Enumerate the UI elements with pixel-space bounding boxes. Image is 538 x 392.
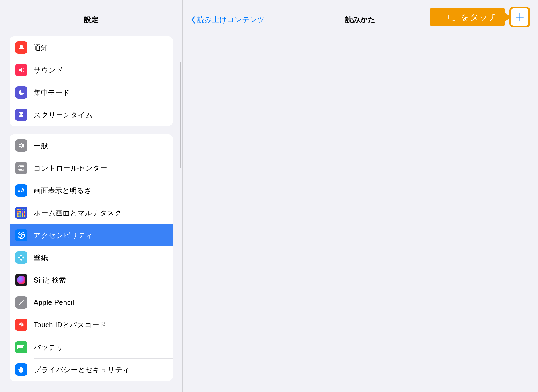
sidebar-item-control-center[interactable]: コントロールセンター [10, 157, 173, 179]
sidebar-scrollbar[interactable] [180, 62, 181, 168]
back-label: 読み上げコンテンツ [197, 15, 265, 25]
sidebar-item-apple-pencil[interactable]: Apple Pencil [10, 291, 173, 314]
sidebar-item-label: スクリーンタイム [34, 110, 93, 120]
sidebar-item-label: Touch IDとパスコード [34, 320, 107, 330]
hand-icon [15, 363, 27, 376]
toggles-icon [15, 162, 27, 174]
sidebar-item-label: Siriと検索 [34, 276, 66, 285]
hourglass-icon [15, 109, 27, 121]
moon-icon [15, 86, 27, 99]
sidebar-item-touch-id[interactable]: Touch IDとパスコード [10, 314, 173, 336]
svg-point-3 [22, 169, 23, 170]
sidebar-item-battery[interactable]: バッテリー [10, 336, 173, 358]
detail-pane: 読み上げコンテンツ 読みかた 「+」をタッチ [183, 0, 538, 392]
sidebar-item-wallpaper[interactable]: 壁紙 [10, 246, 173, 269]
sidebar-item-privacy[interactable]: プライバシーとセキュリティ [10, 358, 173, 381]
sidebar-item-label: コントロールセンター [34, 164, 107, 173]
svg-text:A: A [21, 188, 25, 193]
sidebar-item-home-screen[interactable]: ホーム画面とマルチタスク [10, 202, 173, 224]
flower-icon [15, 251, 27, 264]
svg-rect-11 [18, 346, 23, 348]
speaker-icon [15, 64, 27, 76]
sidebar-item-notifications[interactable]: 通知 [10, 36, 173, 59]
pencil-icon [15, 296, 27, 309]
back-button[interactable]: 読み上げコンテンツ [191, 15, 265, 25]
sidebar-item-label: Apple Pencil [34, 298, 74, 307]
detail-header: 読み上げコンテンツ 読みかた 「+」をタッチ [183, 0, 538, 31]
add-button[interactable] [509, 7, 530, 27]
svg-point-1 [19, 166, 20, 167]
sidebar-item-sounds[interactable]: サウンド [10, 59, 173, 81]
sidebar-item-focus[interactable]: 集中モード [10, 81, 173, 104]
svg-point-7 [21, 233, 22, 234]
siri-icon [15, 274, 27, 286]
gear-icon [15, 139, 27, 152]
sidebar-item-siri[interactable]: Siriと検索 [10, 269, 173, 291]
sidebar-item-label: サウンド [34, 66, 63, 75]
sidebar-title: 設定 [0, 0, 182, 31]
fingerprint-icon [15, 319, 27, 331]
sidebar-item-label: 画面表示と明るさ [34, 186, 92, 195]
sidebar-group: 通知 サウンド 集中モード [10, 36, 173, 126]
sidebar-item-label: 一般 [34, 141, 48, 150]
sidebar-item-display[interactable]: AA 画面表示と明るさ [10, 179, 173, 202]
sidebar-item-label: バッテリー [34, 343, 71, 352]
svg-rect-10 [25, 346, 25, 348]
app-root: 設定 通知 サウンド [0, 0, 538, 392]
settings-sidebar: 設定 通知 サウンド [0, 0, 183, 392]
svg-text:A: A [17, 189, 20, 193]
plus-icon [514, 12, 525, 22]
accessibility-icon [15, 229, 27, 241]
chevron-left-icon [191, 16, 196, 24]
bell-icon [15, 41, 27, 54]
sidebar-item-label: 通知 [34, 43, 48, 52]
sidebar-item-label: アクセシビリティ [34, 231, 93, 240]
sidebar-item-label: 壁紙 [34, 253, 48, 262]
sidebar-item-label: 集中モード [34, 88, 70, 97]
sidebar-item-label: プライバシーとセキュリティ [34, 365, 130, 374]
app-grid-icon [15, 207, 27, 219]
sidebar-scroll[interactable]: 通知 サウンド 集中モード [0, 31, 182, 392]
tooltip-text: 「+」をタッチ [437, 11, 498, 23]
sidebar-item-screentime[interactable]: スクリーンタイム [10, 104, 173, 126]
text-size-icon: AA [15, 184, 27, 197]
tooltip-callout: 「+」をタッチ [430, 8, 505, 26]
detail-title: 読みかた [345, 15, 375, 25]
sidebar-item-accessibility[interactable]: アクセシビリティ [10, 224, 173, 246]
sidebar-item-label: ホーム画面とマルチタスク [34, 208, 122, 218]
battery-icon [15, 341, 27, 353]
sidebar-group: 一般 コントロールセンター AA 画面表示と明るさ [10, 134, 173, 381]
sidebar-item-general[interactable]: 一般 [10, 134, 173, 157]
svg-point-8 [20, 257, 22, 259]
